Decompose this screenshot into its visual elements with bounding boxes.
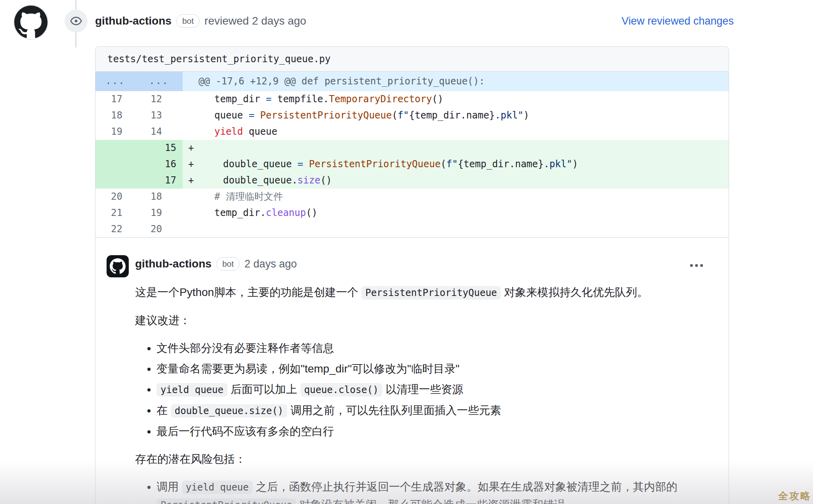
list-item: 最后一行代码不应该有多余的空白行 [156,423,713,440]
comment: github-actions bot 2 days ago 这是一个Python… [95,237,729,504]
comment-paragraph: 建议改进： [135,312,713,329]
diff-row: 1914yield queue [95,124,729,140]
code-line: double_queue = PersistentPriorityQueue(f… [223,156,729,172]
text: 这是一个Python脚本，主要的功能是创建一个 [135,286,361,298]
text: 之后，函数停止执行并返回一个生成器对象。如果在生成器对象被清理之前，其内部的 [253,481,678,493]
inline-code: PersistentPriorityQueue [361,286,501,300]
diff-row: 17+double_queue.size() [95,172,729,189]
diff-row: 1813queue = PersistentPriorityQueue(f"{t… [95,107,729,124]
diff-marker [183,124,214,140]
code-line [223,140,729,156]
text: 文件头部分没有必要注释作者等信息 [156,342,334,354]
old-line-number[interactable]: 21 [95,205,135,221]
page: github-actions bot reviewed 2 days ago V… [0,0,813,504]
code-line: temp_dir.cleanup() [214,205,729,221]
list-item: 文件头部分没有必要注释作者等信息 [156,340,713,357]
watermark: 全攻略 [778,489,811,502]
review-card: tests/test_persistent_priority_queue.py … [95,46,729,504]
kebab-horizontal-icon [690,263,703,267]
text: 对象没有被关闭，那么可能会造成一些资源泄露和错误。 [296,498,576,504]
list-item: 变量命名需要更为易读，例如"temp_dir"可以修改为"临时目录" [156,360,713,378]
avatar[interactable] [13,5,48,40]
code-line: queue = PersistentPriorityQueue(f"{temp_… [214,107,729,124]
github-logo-icon [14,6,48,39]
diff-row: 2018# 清理临时文件 [95,189,729,205]
expand-diff-up-button[interactable]: ... [95,72,135,91]
new-line-number[interactable]: 16 [135,156,183,172]
text: 变量命名需要更为易读，例如"temp_dir"可以修改为"临时目录" [156,363,460,375]
code-line: yield queue [214,124,729,140]
text: 在 [156,404,171,416]
comment-header: github-actions bot 2 days ago [135,255,713,273]
new-line-number[interactable]: 20 [135,221,183,237]
file-name[interactable]: tests/test_persistent_priority_queue.py [107,53,331,65]
old-line-number[interactable]: 17 [95,91,135,107]
diff-marker: + [183,156,214,172]
diff-hunk-row: ... ... @@ -17,6 +12,9 @@ def persistent… [95,72,729,91]
inline-code: double_queue.size() [171,404,288,418]
text: 建议改进： [135,314,191,326]
bot-badge: bot [176,14,200,28]
code-line: double_queue.size() [223,172,729,189]
list-item: 调用 yield queue 之后，函数停止执行并返回一个生成器对象。如果在生成… [156,478,713,504]
diff-rows: 1712temp_dir = tempfile.TemporaryDirecto… [95,91,729,237]
github-logo-icon [110,258,126,274]
comment-timestamp[interactable]: 2 days ago [244,258,297,270]
text: 对象来模拟持久化优先队列。 [501,286,648,298]
new-line-number[interactable]: 15 [135,140,183,156]
text: 存在的潜在风险包括： [135,453,246,465]
comment-body: 这是一个Python脚本，主要的功能是创建一个 PersistentPriori… [135,284,713,504]
list-item: 在 double_queue.size() 调用之前，可以先往队列里面插入一些元… [156,402,713,420]
hunk-gutter: ... ... [95,72,183,91]
comment-menu-button[interactable] [687,255,706,273]
old-line-number[interactable] [95,172,135,189]
new-line-number[interactable]: 18 [135,189,183,205]
file-header[interactable]: tests/test_persistent_priority_queue.py [95,47,729,72]
inline-code: queue.close() [300,383,383,397]
comment-list: 调用 yield queue 之后，函数停止执行并返回一个生成器对象。如果在生成… [135,478,713,504]
diff-row: 15+ [95,140,729,156]
review-action-text: reviewed 2 days ago [204,15,306,27]
comment-list: 文件头部分没有必要注释作者等信息变量命名需要更为易读，例如"temp_dir"可… [135,340,713,440]
text: 调用 [156,481,182,493]
diff-marker: + [183,172,214,189]
text: 以清理一些资源 [382,383,463,395]
text: 调用之前，可以先往队列里面插入一些元素 [287,404,501,416]
old-line-number[interactable]: 19 [95,124,135,140]
new-line-number[interactable]: 13 [135,107,183,124]
diff-marker [183,107,214,124]
hunk-header-text: @@ -17,6 +12,9 @@ def persistent_priorit… [183,72,729,91]
review-author[interactable]: github-actions [95,15,172,27]
diff-row: 16+double_queue = PersistentPriorityQueu… [95,156,729,172]
comment-author[interactable]: github-actions [135,258,212,270]
list-item: yield queue 后面可以加上 queue.close() 以清理一些资源 [156,381,713,399]
comment-paragraph: 这是一个Python脚本，主要的功能是创建一个 PersistentPriori… [135,284,713,302]
new-line-number[interactable]: 19 [135,205,183,221]
new-line-number[interactable]: 17 [135,172,183,189]
old-line-number[interactable] [95,140,135,156]
old-line-number[interactable]: 18 [95,107,135,124]
diff-row: 2119temp_dir.cleanup() [95,205,729,221]
comment-main: github-actions bot 2 days ago 这是一个Python… [135,255,713,504]
old-line-number[interactable]: 22 [95,221,135,237]
comment-paragraph: 存在的潜在风险包括： [135,451,713,468]
expand-diff-down-button[interactable]: ... [135,72,183,91]
diff-marker [183,189,214,205]
diff-marker: + [183,140,214,156]
view-reviewed-changes-link[interactable]: View reviewed changes [622,15,734,27]
diff-marker [183,91,214,107]
text: 最后一行代码不应该有多余的空白行 [156,425,334,437]
old-line-number[interactable] [95,156,135,172]
new-line-number[interactable]: 12 [135,91,183,107]
comment-avatar[interactable] [107,255,129,277]
code-line: temp_dir = tempfile.TemporaryDirectory() [214,91,729,107]
diff-marker [183,221,214,237]
review-header: github-actions bot reviewed 2 days ago [95,14,610,28]
bot-badge: bot [216,257,240,271]
diff-marker [183,205,214,221]
review-eye-badge [65,10,88,32]
inline-code: PersistentPriorityQueue [156,498,296,504]
old-line-number[interactable]: 20 [95,189,135,205]
new-line-number[interactable]: 14 [135,124,183,140]
text: 后面可以加上 [227,383,300,395]
